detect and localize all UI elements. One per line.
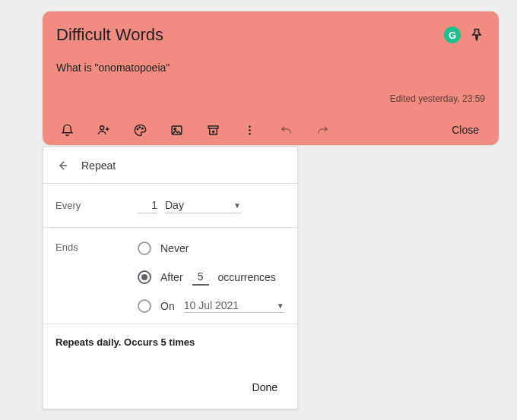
reminder-icon[interactable] [59,122,75,137]
panel-actions: Done [43,369,297,409]
svg-point-7 [249,125,251,128]
svg-rect-6 [208,125,218,128]
ends-label: Ends [56,242,138,313]
on-date-value: 10 Jul 2021 [184,299,239,311]
repeat-summary: Repeats daily. Occurs 5 times [43,324,297,360]
svg-point-0 [100,125,103,129]
occurrences-label: occurrences [218,271,276,283]
note-toolbar: Close [56,115,485,145]
every-row: Every Day ▼ [43,184,297,228]
archive-icon[interactable] [205,122,220,137]
chevron-down-icon: ▼ [277,302,284,310]
palette-icon[interactable] [132,122,147,137]
panel-header: Repeat [43,147,297,184]
note-body[interactable]: What is "onomatopoeia" [56,62,485,93]
ends-option-never[interactable]: Never [138,242,284,255]
repeat-panel: Repeat Every Day ▼ Ends Never After occu… [43,147,298,409]
note-title[interactable]: Difficult Words [56,25,436,45]
done-button[interactable]: Done [246,377,284,398]
image-icon[interactable] [169,122,184,137]
svg-point-2 [138,126,140,128]
every-unit-select[interactable]: Day ▼ [165,197,241,213]
on-label: On [160,300,175,312]
radio-on[interactable] [138,299,151,313]
more-icon[interactable] [242,122,257,137]
never-label: Never [160,242,189,254]
radio-never[interactable] [138,242,151,255]
collaborator-icon[interactable] [96,122,111,137]
note-header: Difficult Words G [56,25,485,45]
pin-icon[interactable] [468,27,485,43]
ends-options: Never After occurrences On 10 Jul 2021 ▼ [138,242,284,313]
every-unit-value: Day [165,199,184,211]
after-value-input[interactable] [192,269,209,286]
ends-option-on[interactable]: On 10 Jul 2021 ▼ [138,299,284,313]
panel-title: Repeat [81,159,116,172]
chevron-down-icon: ▼ [233,201,241,210]
back-icon[interactable] [56,159,69,172]
svg-point-5 [173,128,175,129]
undo-icon[interactable] [278,122,293,137]
close-button[interactable]: Close [452,124,485,136]
svg-point-1 [137,128,138,130]
note-card: Difficult Words G What is "onomatopoeia"… [43,11,499,145]
every-label: Every [56,200,138,211]
note-edited-label: Edited yesterday, 23:59 [56,93,485,104]
on-date-select[interactable]: 10 Jul 2021 ▼ [184,299,284,313]
every-value-input[interactable] [138,197,157,213]
ends-option-after[interactable]: After occurrences [138,269,284,286]
redo-icon[interactable] [315,122,330,137]
svg-point-9 [249,132,251,134]
grammarly-badge[interactable]: G [444,27,461,43]
svg-point-8 [249,129,251,131]
radio-after[interactable] [138,270,151,284]
ends-row: Ends Never After occurrences On 10 Jul 2… [43,228,297,324]
svg-point-3 [141,128,143,129]
after-label: After [160,271,183,283]
